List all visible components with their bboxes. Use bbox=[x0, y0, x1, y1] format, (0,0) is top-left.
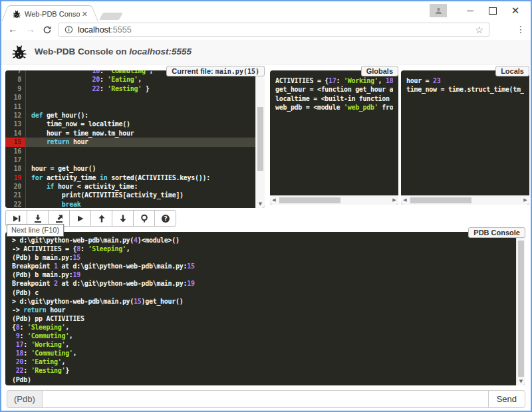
output-line: 18: 'Commuting', bbox=[12, 349, 517, 358]
arrow-up-icon bbox=[97, 214, 106, 223]
profile-button[interactable] bbox=[430, 4, 447, 17]
pdb-console-panel: PDB Console > d:\git\python-web-pdb\main… bbox=[5, 232, 525, 385]
output-line: Breakpoint 1 at d:\git\python-web-pdb\ma… bbox=[12, 262, 517, 270]
minimize-icon bbox=[467, 11, 473, 11]
output-line: 9: 'Commuting', bbox=[12, 332, 517, 340]
scrollbar-thumb[interactable] bbox=[410, 197, 471, 203]
command-input[interactable] bbox=[42, 390, 489, 408]
browser-navbar: ← → localhost:5555 ☆ ⋮ bbox=[1, 21, 531, 41]
code-viewport[interactable]: 7 18: 'Commuting',8 20: 'Eating',9 22: '… bbox=[5, 70, 256, 208]
browser-menu-icon[interactable]: ⋮ bbox=[516, 24, 525, 35]
bookmark-star-icon[interactable]: ☆ bbox=[475, 25, 483, 35]
globals-badge: Globals bbox=[361, 66, 398, 76]
svg-text:?: ? bbox=[164, 215, 167, 222]
output-line: web_pdb = <module 'web_pdb' from ' bbox=[275, 103, 393, 112]
scroll-left-arrow-icon[interactable]: ◀ bbox=[270, 196, 278, 205]
bug-favicon-icon bbox=[12, 9, 21, 19]
code-line: 13 time_now = localtime() bbox=[5, 120, 256, 128]
code-line: 19for activity_time in sorted(ACTIVITIES… bbox=[5, 173, 256, 182]
browser-window: { "browser": { "tab_title": "Web-PDB Con… bbox=[0, 0, 532, 412]
forward-button[interactable]: → bbox=[25, 23, 35, 35]
web-pdb-page: Web-PDB Console on localhost:5555 Curren… bbox=[1, 40, 531, 411]
reload-button[interactable] bbox=[43, 25, 52, 37]
output-line: (Pdb) bbox=[12, 375, 517, 384]
address-bar[interactable]: localhost:5555 ☆ bbox=[59, 23, 489, 37]
arrow-down-icon bbox=[118, 214, 128, 223]
code-line: 8 20: 'Eating', bbox=[5, 75, 256, 84]
code-vertical-scrollbar[interactable]: ▼ bbox=[255, 70, 265, 208]
locals-horizontal-scrollbar[interactable]: ◀ ▶ bbox=[401, 195, 529, 205]
console-output[interactable]: > d:\git\python-web-pdb\main.py(4)<modul… bbox=[5, 232, 517, 385]
output-line: get_hour = <function get_hour at 0 bbox=[275, 85, 393, 94]
step-forward-icon bbox=[12, 214, 21, 223]
code-line: 11 bbox=[5, 102, 256, 111]
globals-content: ACTIVITIES = {17: 'Working', 18: 'get_ho… bbox=[270, 70, 398, 196]
back-arrow-icon: ← bbox=[8, 23, 18, 35]
locals-badge: Locals bbox=[495, 66, 529, 76]
close-button[interactable]: ✕ bbox=[504, 2, 527, 19]
stack-up-button[interactable] bbox=[90, 210, 112, 227]
where-button[interactable] bbox=[133, 210, 155, 227]
code-line: 17 bbox=[5, 155, 256, 164]
scrollbar-thumb[interactable] bbox=[518, 241, 524, 377]
globals-horizontal-scrollbar[interactable]: ◀ ▶ bbox=[270, 195, 398, 205]
stack-down-button[interactable] bbox=[112, 210, 134, 227]
browser-titlebar: Web-PDB Console on lo ✕ ✕ bbox=[1, 1, 531, 21]
output-line: {8: 'Sleeping', bbox=[12, 323, 517, 332]
globals-panel: Globals ACTIVITIES = {17: 'Working', 18:… bbox=[270, 70, 398, 205]
browser-tab[interactable]: Web-PDB Console on lo ✕ bbox=[11, 5, 89, 21]
output-line: (Pdb) c bbox=[12, 288, 517, 297]
scroll-down-arrow-icon[interactable]: ▼ bbox=[256, 200, 265, 208]
code-line: 9 22: 'Resting' } bbox=[5, 84, 256, 93]
tab-title: Web-PDB Console on lo bbox=[25, 10, 80, 18]
continue-button[interactable] bbox=[69, 210, 91, 227]
scrollbar-thumb[interactable] bbox=[257, 107, 263, 171]
play-icon bbox=[76, 214, 85, 223]
maximize-icon bbox=[489, 7, 497, 15]
code-line: 15 return hour bbox=[5, 138, 256, 146]
code-line: 22 break bbox=[5, 200, 256, 208]
scroll-right-arrow-icon[interactable]: ▶ bbox=[521, 196, 529, 205]
code-line: 20 if hour < activity_time: bbox=[5, 182, 256, 191]
code-line: 18hour = get_hour() bbox=[5, 164, 256, 173]
output-line: > d:\git\python-web-pdb\main.py(15)get_h… bbox=[12, 297, 517, 306]
output-line: -> return hour bbox=[12, 306, 517, 314]
output-line: hour = 23 bbox=[406, 76, 524, 85]
output-line: ACTIVITIES = {17: 'Working', 18: ' bbox=[275, 76, 393, 85]
tab-close-icon[interactable]: ✕ bbox=[82, 11, 88, 17]
output-line: (Pdb) pp ACTIVITIES bbox=[12, 314, 517, 323]
scroll-right-arrow-icon[interactable]: ▶ bbox=[390, 196, 398, 205]
maximize-button[interactable] bbox=[481, 2, 504, 19]
reload-icon bbox=[43, 25, 52, 35]
scrollbar-thumb[interactable] bbox=[279, 197, 340, 203]
minimize-button[interactable] bbox=[459, 2, 481, 19]
output-line: -> ACTIVITIES = {8: 'Sleeping', bbox=[12, 245, 517, 253]
back-button[interactable]: ← bbox=[8, 23, 18, 35]
code-line: 12def get_hour(): bbox=[5, 111, 256, 120]
code-line: 16 bbox=[5, 147, 256, 155]
page-title: Web-PDB Console on localhost:5555 bbox=[35, 47, 192, 56]
output-line: (Pdb) b main.py:15 bbox=[12, 253, 517, 262]
pdb-console-badge: PDB Console bbox=[468, 227, 525, 238]
output-line: 20: 'Eating', bbox=[12, 358, 517, 366]
scroll-left-arrow-icon[interactable]: ◀ bbox=[401, 196, 409, 205]
scroll-down-arrow-icon[interactable]: ▼ bbox=[517, 377, 525, 385]
tooltip: Next line (F10) bbox=[7, 224, 64, 237]
map-marker-icon bbox=[140, 214, 149, 223]
help-button[interactable]: ? bbox=[154, 210, 176, 227]
step-out-icon bbox=[55, 214, 64, 223]
new-tab-button[interactable] bbox=[99, 13, 123, 20]
output-line: 22: 'Resting'} bbox=[12, 366, 517, 375]
code-line: 14 hour = time_now.tm_hour bbox=[5, 129, 256, 138]
close-icon: ✕ bbox=[511, 5, 520, 17]
output-line: time_now = time.struct_time(tm_yea bbox=[406, 85, 524, 94]
output-line: (Pdb) b main.py:19 bbox=[12, 270, 517, 279]
console-vertical-scrollbar[interactable]: ▲ ▼ bbox=[516, 232, 525, 385]
pdb-prompt-label: (Pdb) bbox=[7, 390, 42, 408]
send-button[interactable]: Send bbox=[488, 390, 525, 408]
output-line: > d:\git\python-web-pdb\main.py(4)<modul… bbox=[12, 236, 517, 245]
locals-panel: Locals hour = 23time_now = time.struct_t… bbox=[401, 70, 529, 205]
info-icon[interactable] bbox=[65, 25, 73, 34]
code-lines: 7 18: 'Commuting',8 20: 'Eating',9 22: '… bbox=[5, 70, 256, 208]
output-line: localtime = <built-in function loc bbox=[275, 94, 393, 103]
